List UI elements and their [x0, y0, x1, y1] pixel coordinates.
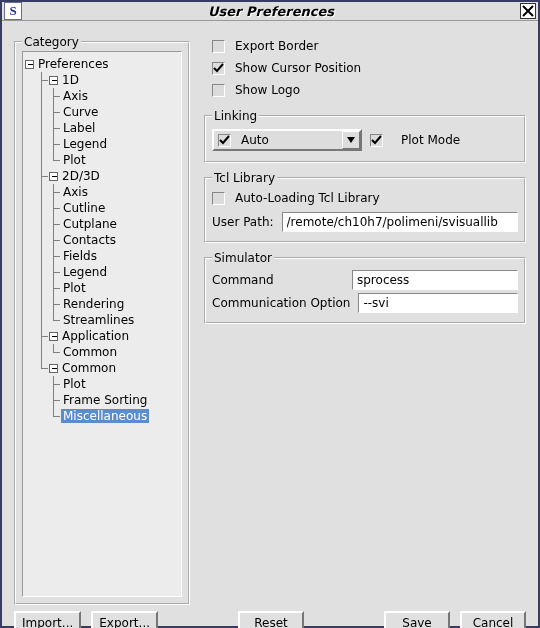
- window-title: User Preferences: [22, 4, 520, 19]
- tree-item-label[interactable]: Label: [61, 121, 97, 135]
- tree-item-label[interactable]: Contacts: [61, 233, 118, 247]
- titlebar: S User Preferences: [2, 2, 538, 21]
- button-bar: Import... Export... Reset Save Cancel: [2, 611, 538, 628]
- tree-item-label[interactable]: Preferences: [36, 57, 111, 71]
- tree-item[interactable]: Cutplane: [23, 216, 181, 232]
- tree-item-label[interactable]: Application: [60, 329, 131, 343]
- tree-item-label[interactable]: Axis: [61, 89, 90, 103]
- preferences-window: S User Preferences Category Preferences1…: [0, 0, 540, 628]
- show-cursor-checkbox[interactable]: [212, 62, 225, 75]
- tree-item-label[interactable]: Cutplane: [61, 217, 119, 231]
- plot-mode-label: Plot Mode: [401, 133, 460, 147]
- show-logo-label: Show Logo: [235, 83, 300, 97]
- app-icon: S: [4, 2, 22, 20]
- tree-item[interactable]: 1D: [23, 72, 181, 88]
- tree-item[interactable]: Miscellaneous: [23, 408, 181, 424]
- top-checkboxes: Export Border Show Cursor Position Show …: [204, 35, 526, 101]
- tree-item[interactable]: Application: [23, 328, 181, 344]
- tree-item[interactable]: Contacts: [23, 232, 181, 248]
- content-area: Category Preferences1DAxisCurveLabelLege…: [2, 21, 538, 611]
- tree-item-label[interactable]: Streamlines: [61, 313, 136, 327]
- tree-item[interactable]: Fields: [23, 248, 181, 264]
- auto-loading-tcl-label: Auto-Loading Tcl Library: [235, 191, 380, 205]
- command-label: Command: [212, 273, 344, 287]
- tree-expander-icon[interactable]: [49, 76, 58, 85]
- reset-button[interactable]: Reset: [238, 611, 304, 628]
- tree-item-label[interactable]: Plot: [61, 281, 88, 295]
- tree-item-label[interactable]: Axis: [61, 185, 90, 199]
- show-cursor-label: Show Cursor Position: [235, 61, 361, 75]
- tree-item[interactable]: Common: [23, 344, 181, 360]
- tree-item-label[interactable]: Common: [61, 345, 119, 359]
- linking-legend: Linking: [212, 109, 259, 123]
- close-icon[interactable]: [520, 3, 536, 19]
- tree-item-label[interactable]: Plot: [61, 377, 88, 391]
- tree-item-label[interactable]: Legend: [61, 137, 109, 151]
- tree-expander-icon[interactable]: [49, 364, 58, 373]
- tree-expander-icon[interactable]: [49, 332, 58, 341]
- tree-item[interactable]: Axis: [23, 88, 181, 104]
- user-path-label: User Path:: [212, 215, 274, 229]
- tree-item[interactable]: Axis: [23, 184, 181, 200]
- tree-expander-icon[interactable]: [25, 60, 34, 69]
- linking-auto-dropdown[interactable]: Auto: [212, 129, 362, 151]
- tree-item[interactable]: Plot: [23, 376, 181, 392]
- plot-mode-checkbox[interactable]: [370, 134, 383, 147]
- tree-item-label[interactable]: Rendering: [61, 297, 126, 311]
- comm-option-input[interactable]: [358, 293, 518, 313]
- auto-loading-tcl-checkbox[interactable]: [212, 192, 225, 205]
- tree-item[interactable]: Common: [23, 360, 181, 376]
- linking-auto-label: Auto: [241, 133, 269, 147]
- tree-item-label[interactable]: 2D/3D: [60, 169, 102, 183]
- tree-item[interactable]: Plot: [23, 152, 181, 168]
- tree-item-label[interactable]: Miscellaneous: [61, 409, 149, 423]
- tree-item[interactable]: Cutline: [23, 200, 181, 216]
- settings-pane: Export Border Show Cursor Position Show …: [204, 35, 526, 605]
- category-legend: Category: [22, 35, 81, 49]
- export-border-checkbox[interactable]: [212, 40, 225, 53]
- import-button[interactable]: Import...: [14, 611, 81, 628]
- tree-item-label[interactable]: Curve: [61, 105, 100, 119]
- tree-item-label[interactable]: Legend: [61, 265, 109, 279]
- category-tree[interactable]: Preferences1DAxisCurveLabelLegendPlot2D/…: [22, 51, 182, 597]
- tree-item[interactable]: Curve: [23, 104, 181, 120]
- user-path-input[interactable]: [282, 212, 518, 232]
- command-input[interactable]: [352, 270, 518, 290]
- tree-item-label[interactable]: Frame Sorting: [61, 393, 149, 407]
- export-button[interactable]: Export...: [91, 611, 158, 628]
- tree-item-label[interactable]: 1D: [60, 73, 81, 87]
- tree-item[interactable]: Legend: [23, 136, 181, 152]
- linking-auto-checkbox[interactable]: [218, 134, 231, 147]
- comm-option-label: Communication Option: [212, 296, 350, 310]
- tree-item-label[interactable]: Fields: [61, 249, 99, 263]
- tree-item-label[interactable]: Cutline: [61, 201, 107, 215]
- tree-expander-icon[interactable]: [49, 172, 58, 181]
- export-border-label: Export Border: [235, 39, 318, 53]
- tree-item[interactable]: 2D/3D: [23, 168, 181, 184]
- tcl-library-fieldset: Tcl Library Auto-Loading Tcl Library Use…: [204, 171, 526, 243]
- simulator-legend: Simulator: [212, 251, 274, 265]
- tree-item[interactable]: Rendering: [23, 296, 181, 312]
- tree-item[interactable]: Preferences: [23, 56, 181, 72]
- chevron-down-icon[interactable]: [342, 131, 360, 149]
- tree-item-label[interactable]: Common: [60, 361, 118, 375]
- tree-item[interactable]: Label: [23, 120, 181, 136]
- tree-item[interactable]: Frame Sorting: [23, 392, 181, 408]
- linking-fieldset: Linking Auto: [204, 109, 526, 163]
- save-button[interactable]: Save: [384, 611, 450, 628]
- tree-item-label[interactable]: Plot: [61, 153, 88, 167]
- tree-item[interactable]: Legend: [23, 264, 181, 280]
- category-fieldset: Category Preferences1DAxisCurveLabelLege…: [14, 35, 190, 605]
- tree-item[interactable]: Streamlines: [23, 312, 181, 328]
- cancel-button[interactable]: Cancel: [460, 611, 526, 628]
- show-logo-checkbox[interactable]: [212, 84, 225, 97]
- simulator-fieldset: Simulator Command Communication Option: [204, 251, 526, 324]
- tcl-library-legend: Tcl Library: [212, 171, 277, 185]
- tree-item[interactable]: Plot: [23, 280, 181, 296]
